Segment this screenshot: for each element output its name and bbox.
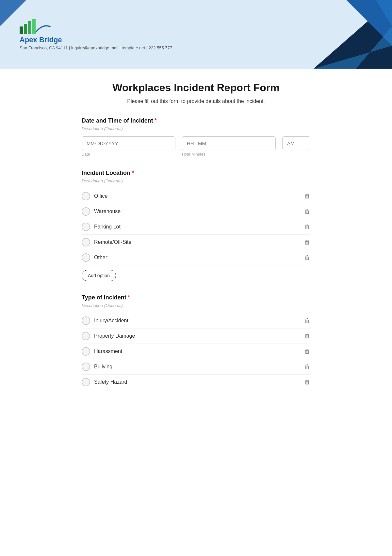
radio-circle-remote[interactable]	[82, 238, 90, 246]
logo-bar-3	[28, 21, 31, 34]
logo-bars	[20, 19, 36, 34]
radio-circle-injury[interactable]	[82, 316, 90, 325]
radio-circle-parking-lot[interactable]	[82, 223, 90, 231]
radio-label-safety-hazard: Safety Hazard	[94, 379, 127, 385]
delete-icon-bullying[interactable]: 🗑	[304, 363, 310, 370]
date-sublabel: Date	[82, 152, 175, 157]
company-info: San Francisco, CA 94111 | inquire@apexbr…	[20, 45, 172, 50]
time-field: Hour Minutes	[182, 136, 276, 157]
delete-icon-parking-lot[interactable]: 🗑	[304, 224, 310, 230]
section-label-location: Incident Location*	[82, 170, 310, 177]
section-label-type: Type of Incident*	[82, 294, 310, 301]
radio-circle-warehouse[interactable]	[82, 207, 90, 216]
radio-circle-office[interactable]	[82, 192, 90, 200]
location-option-office: Office 🗑	[82, 189, 310, 204]
delete-icon-office[interactable]: 🗑	[304, 193, 310, 200]
radio-label-injury: Injury/Accident	[94, 318, 128, 324]
location-option-other: Other: 🗑	[82, 250, 310, 265]
page-header: Apex Bridge San Francisco, CA 94111 | in…	[0, 0, 392, 69]
location-option-parking-lot: Parking Lot 🗑	[82, 219, 310, 235]
logo-swoosh	[34, 24, 51, 34]
section-type-of-incident: Type of Incident* Description (Optional)…	[82, 294, 310, 390]
radio-circle-safety-hazard[interactable]	[82, 378, 90, 386]
delete-icon-other[interactable]: 🗑	[304, 254, 310, 261]
section-desc-type: Description (Optional)	[82, 303, 310, 308]
required-marker-type: *	[128, 294, 130, 301]
radio-label-remote: Remote/Off-Site	[94, 239, 131, 245]
company-name: Apex Bridge	[20, 36, 172, 44]
radio-circle-harassment[interactable]	[82, 347, 90, 356]
delete-icon-warehouse[interactable]: 🗑	[304, 208, 310, 215]
logo-bar-2	[24, 24, 27, 34]
section-desc-date-time: Description (Optional)	[82, 126, 310, 131]
radio-circle-other[interactable]	[82, 253, 90, 262]
radio-label-other: Other:	[94, 255, 108, 261]
section-label-date-time: Date and Time of Incident*	[82, 117, 310, 124]
section-desc-location: Description (Optional)	[82, 178, 310, 183]
ampm-field	[282, 136, 310, 150]
form-subtitle: Please fill out this form to provide det…	[82, 98, 310, 104]
radio-label-parking-lot: Parking Lot	[94, 224, 121, 230]
radio-circle-property-damage[interactable]	[82, 332, 90, 340]
form-title: Workplaces Incident Report Form	[82, 82, 310, 94]
type-option-bullying: Bullying 🗑	[82, 359, 310, 375]
radio-label-bullying: Bullying	[94, 364, 112, 370]
delete-icon-harassment[interactable]: 🗑	[304, 348, 310, 355]
section-date-time: Date and Time of Incident* Description (…	[82, 117, 310, 157]
ampm-input[interactable]	[282, 136, 310, 150]
delete-icon-injury[interactable]: 🗑	[304, 317, 310, 324]
delete-icon-safety-hazard[interactable]: 🗑	[304, 379, 310, 386]
radio-label-office: Office	[94, 193, 108, 199]
date-field: Date	[82, 136, 175, 157]
date-input[interactable]	[82, 136, 175, 150]
type-option-property-damage: Property Damage 🗑	[82, 329, 310, 344]
radio-label-property-damage: Property Damage	[94, 333, 135, 339]
required-marker-location: *	[132, 170, 134, 176]
time-sublabel: Hour Minutes	[182, 152, 276, 157]
logo-graphic	[20, 19, 172, 34]
header-decor-right	[255, 0, 392, 69]
type-option-harassment: Harassment 🗑	[82, 344, 310, 359]
section-incident-location: Incident Location* Description (Optional…	[82, 170, 310, 281]
radio-label-warehouse: Warehouse	[94, 209, 121, 214]
add-option-location-button[interactable]: Add option	[82, 270, 116, 281]
radio-label-harassment: Harassment	[94, 348, 122, 354]
radio-circle-bullying[interactable]	[82, 362, 90, 371]
main-form-area: Workplaces Incident Report Form Please f…	[49, 69, 343, 423]
location-option-warehouse: Warehouse 🗑	[82, 204, 310, 219]
location-option-remote: Remote/Off-Site 🗑	[82, 235, 310, 250]
company-logo-area: Apex Bridge San Francisco, CA 94111 | in…	[20, 19, 172, 50]
delete-icon-property-damage[interactable]: 🗑	[304, 333, 310, 340]
logo-bar-1	[20, 26, 23, 34]
time-input[interactable]	[182, 136, 276, 150]
datetime-row: Date Hour Minutes	[82, 136, 310, 157]
type-option-injury: Injury/Accident 🗑	[82, 313, 310, 329]
delete-icon-remote[interactable]: 🗑	[304, 239, 310, 246]
required-marker: *	[155, 117, 157, 124]
type-option-safety-hazard: Safety Hazard 🗑	[82, 375, 310, 390]
